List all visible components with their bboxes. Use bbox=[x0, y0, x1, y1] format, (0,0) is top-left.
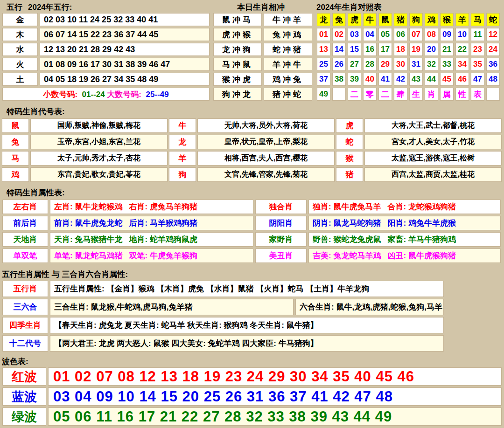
zodiac-final-cell: 二 bbox=[378, 88, 392, 101]
nickname-desc-cell: 相将,西宫,夫人,西宫,樱花 bbox=[197, 151, 335, 166]
zodiac-number-cell: 40 bbox=[363, 73, 377, 86]
zodiac-number-cell: 28 bbox=[363, 58, 377, 71]
nickname-zodiac-cell: 鼠 bbox=[2, 118, 29, 133]
element-numbers-cell: 12 13 20 21 28 29 42 43 bbox=[40, 43, 210, 56]
wave-label-cell: 蓝波 bbox=[2, 387, 46, 406]
zodiac-number-cell: 05 bbox=[378, 28, 392, 41]
nickname-desc-cell: 无帅,大将,员外,大将,荷花 bbox=[197, 118, 335, 133]
attribute-label-cell: 天地肖 bbox=[2, 232, 48, 247]
zodiac-number-cell: 44 bbox=[425, 73, 438, 86]
zodiac-number-cell: 07 bbox=[409, 28, 423, 41]
sanhe-value-cell: 【两大君王: 龙虎 两大恶人: 鼠猴 四大美女: 兔蛇羊鸡 四大家臣: 牛马猪狗… bbox=[50, 335, 444, 352]
zodiac-number-cell: 31 bbox=[409, 58, 423, 71]
nickname-zodiac-cell: 蛇 bbox=[336, 135, 363, 149]
wuxing-sanhe-table: 五行肖五行生肖属性: 【金肖】猴鸡 【木肖】虎兔 【水肖】鼠猪 【火肖】蛇马 【… bbox=[0, 279, 446, 353]
zodiac-number-cell: 42 bbox=[394, 73, 407, 86]
size-note-run: 小数号码: bbox=[43, 90, 79, 99]
zodiac-header-cell: 虎 bbox=[348, 13, 361, 26]
sanhe-value-cell: 【春天生肖: 虎兔龙 夏天生肖: 蛇马羊 秋天生肖: 猴狗鸡 冬天生肖: 鼠牛猪… bbox=[50, 317, 444, 333]
zodiac-number-cell: 45 bbox=[440, 73, 454, 86]
conflict-cell: 鼠冲马 bbox=[213, 13, 262, 26]
attribute-label-cell: 左右肖 bbox=[2, 200, 48, 214]
element-label-cell: 金 bbox=[2, 13, 38, 26]
zodiac-number-cell: 41 bbox=[378, 73, 392, 86]
zodiac-header-cell: 马 bbox=[471, 13, 484, 26]
zodiac-header-cell: 龙 bbox=[317, 13, 330, 26]
element-label-cell: 火 bbox=[2, 58, 38, 71]
element-numbers-cell: 01 08 09 16 17 30 31 38 39 46 47 bbox=[40, 58, 210, 71]
zodiac-number-cell: 02 bbox=[332, 28, 346, 41]
attribute-value-cell: 天肖: 兔马猴猪牛龙 地肖: 蛇羊鸡狗鼠虎 bbox=[50, 232, 253, 247]
zodiac-number-cell: 32 bbox=[425, 58, 438, 71]
conflict-cell: 兔冲鸡 bbox=[264, 28, 312, 41]
shuxing-section-title: 特码生肖属性表: bbox=[7, 187, 65, 198]
zodiac-number-cell: 19 bbox=[409, 43, 423, 56]
zodiac-final-cell: 肆 bbox=[394, 88, 407, 101]
attribute-value-cell: 单笔: 鼠龙蛇马鸡猪 双笔: 牛虎兔羊猴狗 bbox=[50, 249, 253, 263]
element-label-cell: 木 bbox=[2, 28, 38, 41]
zodiac-final-cell: 49 bbox=[317, 88, 330, 101]
element-label-cell: 土 bbox=[2, 73, 38, 86]
zodiac-number-cell: 22 bbox=[455, 43, 469, 56]
zodiac-header-cell: 猪 bbox=[394, 13, 407, 26]
zodiac-final-cell: 表 bbox=[471, 88, 484, 101]
sanhe-label-cell: 三六合 bbox=[2, 299, 48, 315]
sanhe-label-cell: 五行肖 bbox=[2, 281, 48, 297]
zodiac-number-cell: 27 bbox=[348, 58, 361, 71]
size-note-cell: 小数号码: 01--24 大数号码: 25--49 bbox=[2, 88, 210, 101]
conflict-cell: 狗冲龙 bbox=[213, 88, 262, 101]
daihao-section-title: 特码生肖代号表: bbox=[7, 106, 65, 117]
zodiac-number-cell: 08 bbox=[425, 28, 438, 41]
zodiac-conflict-table: 鼠冲马牛冲羊虎冲猴兔冲鸡龙冲狗蛇冲猪马冲鼠羊冲牛猴冲虎鸡冲兔狗冲龙猪冲蛇 bbox=[211, 11, 314, 103]
zodiac-number-cell: 43 bbox=[409, 73, 423, 86]
zodiac-number-cell: 18 bbox=[394, 43, 407, 56]
element-numbers-cell: 06 07 14 15 22 23 36 37 44 45 bbox=[40, 28, 210, 41]
zodiac-number-cell: 13 bbox=[317, 43, 330, 56]
zodiac-nickname-table: 鼠国师,叛贼,神偷,叛贼,梅花牛无帅,大将,员外,大将,荷花虎大将,大王,武士,… bbox=[0, 117, 503, 184]
size-note-run: 大数号码: bbox=[105, 90, 144, 99]
zodiac-number-cell: 21 bbox=[440, 43, 454, 56]
zodiac-header-cell: 蛇 bbox=[486, 13, 500, 26]
nickname-zodiac-cell: 龙 bbox=[169, 135, 196, 149]
wave-label-cell: 红波 bbox=[2, 367, 46, 386]
zodiac-number-cell: 39 bbox=[348, 73, 361, 86]
zodiac-final-cell: 生 bbox=[409, 88, 423, 101]
wave-numbers-cell: 01 02 07 08 12 13 18 19 23 24 29 30 34 3… bbox=[48, 367, 502, 386]
zodiac-final-cell: 肖 bbox=[425, 88, 438, 101]
zodiac-number-cell: 35 bbox=[471, 58, 484, 71]
nickname-desc-cell: 太子,元帅,秀才,太子,杏花 bbox=[30, 151, 168, 166]
sanhe-label-cell: 十二代号 bbox=[2, 335, 48, 352]
zodiac-empty-cell bbox=[332, 88, 346, 101]
attribute-label-cell: 阴阳肖 bbox=[255, 216, 307, 230]
element-label-cell: 水 bbox=[2, 43, 38, 56]
zodiac-header-cell: 兔 bbox=[332, 13, 346, 26]
zodiac-number-cell: 30 bbox=[394, 58, 407, 71]
zodiac-number-cell: 37 bbox=[317, 73, 330, 86]
zodiac-number-cell: 46 bbox=[455, 73, 469, 86]
zodiac-number-cell: 01 bbox=[317, 28, 330, 41]
conflict-cell: 鸡冲兔 bbox=[264, 73, 312, 86]
conflict-cell: 猪冲蛇 bbox=[264, 88, 312, 101]
element-numbers-cell: 04 05 18 19 26 27 34 35 48 49 bbox=[40, 73, 210, 86]
zodiac-attribute-table: 左右肖左肖: 鼠牛龙蛇猴鸡 右肖: 虎兔马羊狗猪独合肖独肖: 鼠牛虎兔马羊 合肖… bbox=[0, 198, 503, 265]
nickname-zodiac-cell: 鸡 bbox=[2, 167, 29, 182]
zodiac-number-cell: 04 bbox=[363, 28, 377, 41]
nickname-desc-cell: 皇帝,状元,皇帝,上帝,梨花 bbox=[197, 135, 335, 149]
zodiac-number-cell: 20 bbox=[425, 43, 438, 56]
zodiac-number-cell: 29 bbox=[378, 58, 392, 71]
zodiac-number-cell: 26 bbox=[332, 58, 346, 71]
zodiac-final-cell: 零 bbox=[363, 88, 377, 101]
conflict-cell: 牛冲羊 bbox=[264, 13, 312, 26]
size-note-run: 25--49 bbox=[144, 90, 169, 99]
zodiac-number-cell: 48 bbox=[486, 73, 500, 86]
nickname-zodiac-cell: 羊 bbox=[169, 151, 196, 166]
conflict-cell: 龙冲狗 bbox=[213, 43, 262, 56]
attribute-value-cell: 独肖: 鼠牛虎兔马羊 合肖: 龙蛇猴鸡狗猪 bbox=[308, 200, 501, 214]
wave-color-table: 红波01 02 07 08 12 13 18 19 23 24 29 30 34… bbox=[0, 366, 504, 428]
attribute-label-cell: 单双笔 bbox=[2, 249, 48, 263]
conflict-cell: 羊冲牛 bbox=[264, 58, 312, 71]
attribute-value-cell: 阴肖: 鼠龙马蛇狗猪 阳肖: 鸡兔牛羊虎猴 bbox=[308, 216, 501, 230]
conflict-cell: 猴冲虎 bbox=[213, 73, 262, 86]
sanhe-value-cell: 五行生肖属性: 【金肖】猴鸡 【木肖】虎兔 【水肖】鼠猪 【火肖】蛇马 【土肖】… bbox=[50, 281, 444, 297]
wave-label-cell: 绿波 bbox=[2, 407, 46, 426]
